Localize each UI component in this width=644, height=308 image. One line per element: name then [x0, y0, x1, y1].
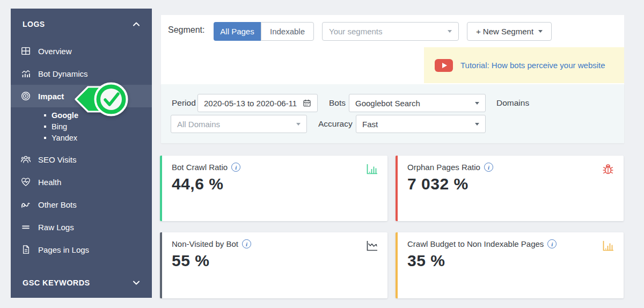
card-value: 44,6 %	[172, 175, 378, 193]
your-segments-placeholder: Your segments	[329, 27, 383, 36]
bullet-icon	[44, 126, 46, 128]
all-domains-placeholder: All Domains	[177, 120, 220, 129]
segment-toolbar: Segment: All Pages Indexable Your segmen…	[161, 15, 624, 84]
domains-label: Domains	[496, 94, 529, 112]
logs-section-label: LOGS	[23, 20, 45, 28]
document-icon	[20, 244, 31, 255]
sidebar-item-label: Health	[38, 178, 61, 187]
bar-line-chart-icon	[20, 68, 31, 79]
chevron-down-icon	[133, 280, 140, 285]
line-chart-down-icon	[365, 239, 379, 253]
bots-select[interactable]: Googlebot Search	[349, 94, 486, 112]
sidebar-section-gsc-keywords[interactable]: GSC KEYWORDS	[11, 273, 152, 292]
sidebar-item-bot-dynamics[interactable]: Bot Dynamics	[11, 62, 152, 85]
chevron-down-icon	[475, 102, 479, 105]
info-icon[interactable]: i	[547, 239, 557, 248]
sidebar-item-label: Raw Logs	[38, 223, 74, 232]
card-title: Orphan Pages Ratio	[407, 163, 480, 172]
squiggle-icon	[20, 199, 31, 210]
sidebar-subitem-label: Bing	[52, 122, 67, 131]
sidebar-item-label: Bot Dynamics	[38, 69, 88, 78]
all-pages-button[interactable]: All Pages	[214, 22, 261, 41]
card-title: Bot Crawl Ratio	[172, 163, 228, 172]
sidebar-item-pages-in-logs[interactable]: Pages in Logs	[11, 238, 152, 261]
sidebar-item-label: Overview	[38, 47, 72, 56]
impact-subnav: Google Bing Yandex	[11, 107, 152, 148]
tutorial-banner-link[interactable]: Tutorial: How bots perceive your website	[424, 47, 624, 83]
sidebar-item-impact[interactable]: Impact	[11, 85, 152, 107]
info-icon[interactable]: i	[231, 163, 240, 172]
filters-panel: Period 2020-05-13 to 2020-06-11 Bots Goo…	[161, 84, 624, 143]
sidebar-item-raw-logs[interactable]: Raw Logs	[11, 216, 152, 238]
accuracy-label: Accuracy	[318, 115, 353, 133]
info-icon[interactable]: i	[242, 239, 251, 248]
new-segment-label: + New Segment	[476, 27, 533, 36]
sidebar-subitem-label: Yandex	[52, 134, 77, 142]
card-value: 7 032 %	[407, 175, 614, 193]
bar-chart-icon	[365, 162, 379, 176]
sidebar-item-seo-visits[interactable]: SEO Visits	[11, 148, 152, 171]
bug-icon	[601, 162, 615, 176]
target-icon	[20, 91, 31, 101]
all-domains-select[interactable]: All Domains	[171, 115, 307, 133]
bot-crawl-ratio-card: Bot Crawl Ratio i 44,6 %	[160, 156, 387, 221]
metric-cards-grid: Bot Crawl Ratio i 44,6 % Orphan Pages Ra…	[160, 156, 624, 298]
table-grid-icon	[20, 46, 31, 56]
sidebar-item-label: Other Bots	[38, 200, 77, 209]
your-segments-dropdown[interactable]: Your segments	[322, 22, 459, 41]
bullet-icon	[44, 137, 46, 139]
youtube-play-icon	[435, 59, 453, 72]
crawl-budget-non-indexable-card: Crawl Budget to Non Indexable Pages i 35…	[396, 232, 624, 298]
sidebar-subitem-bing[interactable]: Bing	[44, 121, 152, 132]
card-value: 35 %	[407, 252, 614, 270]
gsc-section-label: GSC KEYWORDS	[23, 278, 90, 287]
card-title: Crawl Budget to Non Indexable Pages	[407, 239, 544, 248]
heart-pulse-icon	[20, 177, 31, 187]
chevron-down-icon	[448, 30, 452, 33]
sidebar-item-label: Impact	[38, 92, 64, 101]
non-visited-by-bot-card: Non-Visited by Bot i 55 %	[160, 232, 387, 298]
chevron-down-icon	[296, 123, 301, 126]
bar-chart-icon	[601, 239, 615, 253]
all-pages-label: All Pages	[220, 27, 254, 36]
sidebar-item-overview[interactable]: Overview	[11, 40, 152, 62]
sidebar-item-health[interactable]: Health	[11, 171, 152, 193]
period-date-range-input[interactable]: 2020-05-13 to 2020-06-11	[197, 94, 318, 112]
sidebar-item-label: SEO Visits	[38, 155, 76, 164]
accuracy-value: Fast	[362, 120, 378, 129]
info-icon[interactable]: i	[484, 163, 493, 172]
bullet-icon	[44, 114, 46, 116]
sidebar-subitem-yandex[interactable]: Yandex	[44, 132, 152, 143]
indexable-label: Indexable	[270, 27, 305, 36]
card-title: Non-Visited by Bot	[172, 239, 238, 248]
segment-label: Segment:	[168, 25, 204, 35]
sidebar-subitem-google[interactable]: Google	[44, 109, 152, 121]
sidebar: LOGS Overview Bot Dynamics Impact	[11, 9, 152, 298]
card-value: 55 %	[172, 252, 378, 270]
sidebar-section-logs[interactable]: LOGS	[11, 9, 152, 40]
people-icon	[20, 154, 31, 165]
indexable-button[interactable]: Indexable	[261, 22, 314, 41]
bots-value: Googlebot Search	[355, 99, 420, 108]
equal-lines-icon	[20, 222, 31, 232]
tutorial-banner-text: Tutorial: How bots perceive your website	[460, 61, 605, 70]
calendar-icon	[303, 99, 311, 107]
orphan-pages-ratio-card: Orphan Pages Ratio i 7 032 %	[396, 156, 624, 221]
accuracy-select[interactable]: Fast	[356, 115, 486, 133]
new-segment-button[interactable]: + New Segment	[467, 22, 552, 41]
sidebar-item-label: Pages in Logs	[38, 245, 89, 254]
sidebar-subitem-label: Google	[52, 111, 78, 120]
period-label: Period	[172, 94, 196, 112]
period-value: 2020-05-13 to 2020-06-11	[204, 99, 297, 108]
chevron-down-icon	[538, 30, 543, 33]
chevron-down-icon	[475, 123, 479, 126]
bots-label: Bots	[329, 94, 346, 112]
sidebar-item-other-bots[interactable]: Other Bots	[11, 193, 152, 216]
chevron-up-icon	[133, 21, 140, 27]
